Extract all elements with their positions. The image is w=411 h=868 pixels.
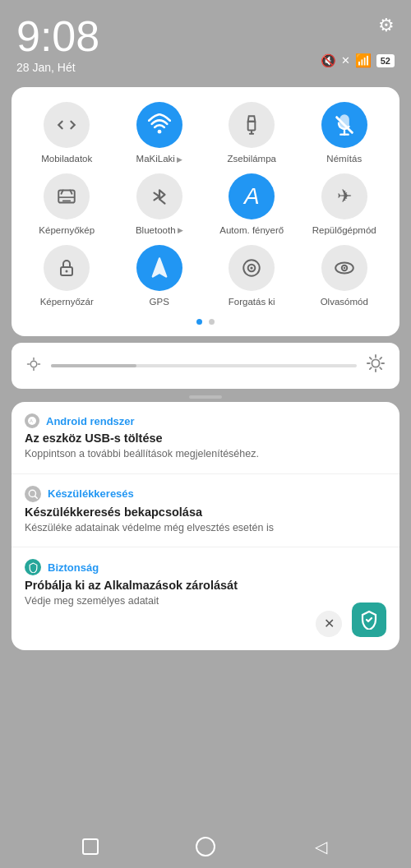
qs-reading-label: Olvasómód <box>321 297 368 308</box>
notif-search-appname: Készülékkeresés <box>48 487 134 500</box>
qs-rotation-icon <box>229 245 275 291</box>
notif-header-search: Készülékkeresés <box>25 486 386 502</box>
battery-level: 52 <box>376 54 395 67</box>
qs-gps-label: GPS <box>150 297 169 308</box>
qs-gps[interactable]: GPS <box>116 245 204 308</box>
svg-point-24 <box>372 360 379 367</box>
qs-mobile-data-label: Mobiladatok <box>41 154 92 165</box>
notif-security-appname: Biztonság <box>48 561 99 574</box>
qs-wifi-icon <box>136 102 182 148</box>
page-dot-2[interactable] <box>209 319 215 325</box>
quick-settings-grid: Mobiladatok MaKiLaki ▶ <box>23 102 388 307</box>
svg-point-0 <box>157 130 161 134</box>
drag-handle-bar[interactable] <box>189 395 222 399</box>
notif-search-title: Készülékkeresés bekapcsolása <box>25 506 386 519</box>
qs-flashlight-label: Zsebilámpa <box>228 154 276 165</box>
nav-home-icon <box>196 837 215 856</box>
nav-back-icon: ◁ <box>315 837 327 856</box>
date: 28 Jan, Hét <box>16 61 99 74</box>
svg-line-29 <box>370 358 372 359</box>
notif-security-title: Próbálja ki az Alkalmazások zárolását <box>25 579 334 592</box>
notif-android-icon: A <box>25 413 39 428</box>
clock: 9:08 <box>16 15 99 58</box>
nav-recents-icon <box>82 838 99 855</box>
qs-auto-brightness-icon: A <box>229 173 275 219</box>
notification-android-system[interactable]: A Android rendszer Az eszköz USB-s tölté… <box>12 402 399 474</box>
qs-mobile-data[interactable]: Mobiladatok <box>23 102 111 165</box>
svg-text:A: A <box>30 418 33 423</box>
notif-search-icon <box>25 486 41 502</box>
svg-line-32 <box>370 368 372 370</box>
settings-icon[interactable]: ⚙ <box>378 15 395 36</box>
qs-screenshot[interactable]: Képernyőkép <box>23 173 111 237</box>
notification-device-search[interactable]: Készülékkeresés Készülékkeresés bekapcso… <box>12 474 399 548</box>
svg-point-15 <box>251 266 253 269</box>
notifications-panel: A Android rendszer Az eszköz USB-s tölté… <box>12 402 399 650</box>
page-dot-1[interactable] <box>196 319 202 325</box>
svg-line-36 <box>35 496 38 499</box>
qs-rotation[interactable]: Forgatás ki <box>208 245 296 308</box>
wifi-icon: 📶 <box>355 53 372 68</box>
navigation-bar: ◁ <box>0 825 411 868</box>
svg-point-18 <box>343 266 345 269</box>
svg-line-31 <box>380 358 381 359</box>
svg-rect-1 <box>248 122 256 131</box>
brightness-slider[interactable] <box>51 364 357 367</box>
qs-mute[interactable]: Némítás <box>301 102 389 165</box>
qs-mute-label: Némítás <box>326 154 362 165</box>
qs-auto-brightness-label: Autom. fényerő <box>219 225 284 237</box>
qs-airplane[interactable]: ✈ Repülőgépmód <box>301 173 389 237</box>
nav-recents-button[interactable] <box>79 835 102 858</box>
brightness-high-icon <box>367 354 385 377</box>
notif-security-action-btn[interactable] <box>352 603 386 637</box>
notif-android-title: Az eszköz USB-s töltése <box>25 432 386 445</box>
qs-screenshot-icon <box>44 173 90 219</box>
qs-flashlight-icon <box>229 102 275 148</box>
notif-security-icon <box>25 559 41 575</box>
notification-security[interactable]: Biztonság Próbálja ki az Alkalmazások zá… <box>12 547 399 650</box>
qs-bluetooth[interactable]: Bluetooth ▶ <box>116 173 204 237</box>
qs-mobile-data-icon <box>44 102 90 148</box>
notif-security-body: Védje meg személyes adatait <box>25 594 334 609</box>
qs-bluetooth-icon <box>136 173 182 219</box>
notif-search-body: Készüléke adatainak védelme még elveszté… <box>25 521 386 536</box>
brightness-fill <box>51 364 136 367</box>
mute-icon: 🔇 <box>321 53 336 68</box>
qs-bluetooth-label: Bluetooth ▶ <box>136 225 183 237</box>
qs-airplane-label: Repülőgépmód <box>312 225 376 237</box>
notif-security-close[interactable]: ✕ <box>316 611 342 637</box>
qs-screen-lock-label: Képernyőzár <box>40 297 94 308</box>
notif-android-body: Koppintson a további beállítások megjele… <box>25 447 386 462</box>
qs-screen-lock[interactable]: Képernyőzár <box>23 245 111 308</box>
svg-point-19 <box>30 361 37 367</box>
nav-back-button[interactable]: ◁ <box>309 835 332 858</box>
status-bar: 9:08 28 Jan, Hét ⚙ 🔇 ✕ 📶 52 <box>0 0 411 82</box>
qs-wifi-label: MaKiLaki ▶ <box>136 154 182 165</box>
qs-airplane-icon: ✈ <box>321 173 367 219</box>
qs-gps-icon <box>136 245 182 291</box>
time-block: 9:08 28 Jan, Hét <box>16 15 99 74</box>
qs-mute-icon <box>321 102 367 148</box>
qs-wifi[interactable]: MaKiLaki ▶ <box>116 102 204 165</box>
quick-settings-panel: Mobiladatok MaKiLaki ▶ <box>12 87 399 336</box>
sim-icon: ✕ <box>341 54 350 67</box>
notif-header-security: Biztonság <box>25 559 334 575</box>
page-dots <box>23 319 388 325</box>
qs-reading-icon <box>321 245 367 291</box>
qs-auto-brightness[interactable]: A Autom. fényerő <box>208 173 296 237</box>
qs-screen-lock-icon <box>44 245 90 291</box>
notif-header-android: A Android rendszer <box>25 413 386 428</box>
svg-point-12 <box>66 270 68 272</box>
brightness-control <box>12 343 399 389</box>
brightness-low-icon <box>26 357 41 376</box>
qs-flashlight[interactable]: Zsebilámpa <box>208 102 296 165</box>
nav-home-button[interactable] <box>194 835 217 858</box>
qs-rotation-label: Forgatás ki <box>229 297 275 308</box>
qs-screenshot-label: Képernyőkép <box>39 225 95 237</box>
notif-android-appname: Android rendszer <box>46 415 135 427</box>
svg-line-30 <box>380 368 381 370</box>
status-icons: 🔇 ✕ 📶 52 <box>321 53 395 68</box>
qs-reading[interactable]: Olvasómód <box>301 245 389 308</box>
drag-handle <box>0 395 411 399</box>
